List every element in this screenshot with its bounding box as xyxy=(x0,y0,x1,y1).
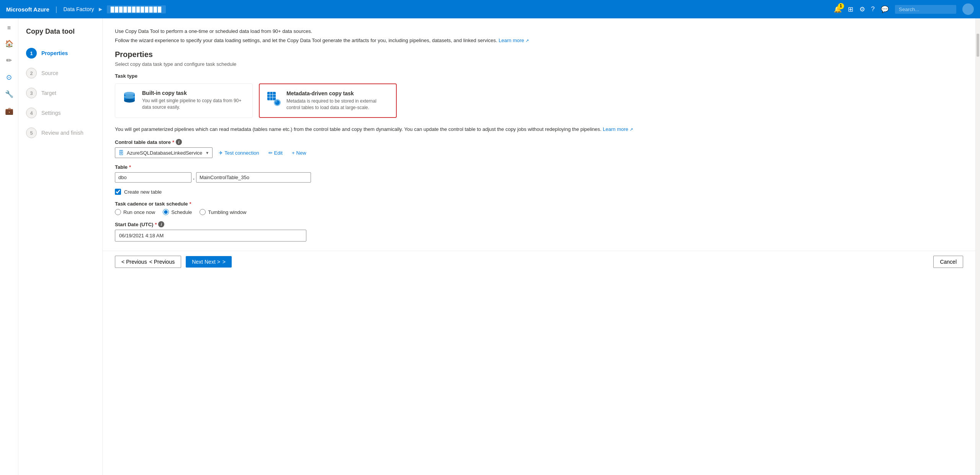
brand: Microsoft Azure xyxy=(6,6,49,13)
edit-button[interactable]: ✏ Edit xyxy=(265,148,286,158)
step-1-circle: 1 xyxy=(26,48,37,59)
task-type-grid: Built-in copy task You will get single p… xyxy=(115,83,963,118)
step-5-circle: 5 xyxy=(26,127,37,138)
collapse-sidebar-icon[interactable]: ≡ xyxy=(4,21,14,34)
control-table-field: Control table data store * i 🗄 AzureSQLD… xyxy=(115,139,963,158)
right-scrollbar[interactable] xyxy=(975,18,980,475)
control-table-label: Control table data store * i xyxy=(115,139,963,145)
learn-more-top-link[interactable]: Learn more ↗ xyxy=(499,38,529,43)
param-desc: You will get parameterized pipelines whi… xyxy=(115,126,963,133)
topbar-right: 🔔 1 ⊞ ⚙ ? 💬 xyxy=(834,3,974,15)
search-input[interactable] xyxy=(895,5,956,14)
plus-icon: + xyxy=(292,150,295,156)
notification-badge: 1 xyxy=(838,3,844,9)
step-3-circle: 3 xyxy=(26,88,37,98)
test-connection-icon: ✈ xyxy=(219,150,223,156)
step-2-circle: 2 xyxy=(26,68,37,78)
radio-run-once[interactable]: Run once now xyxy=(115,209,155,215)
start-date-label: Start Date (UTC) * i xyxy=(115,221,963,227)
step-4-circle: 4 xyxy=(26,108,37,118)
radio-group-cadence: Run once now Schedule Tumbling window xyxy=(115,209,963,215)
radio-schedule-input[interactable] xyxy=(163,209,169,215)
test-connection-button[interactable]: ✈ Test connection xyxy=(216,148,262,158)
prev-chevron-icon: < xyxy=(121,259,124,265)
home-icon[interactable]: 🏠 xyxy=(2,36,17,51)
svg-rect-5 xyxy=(267,92,276,100)
task-type-label: Task type xyxy=(115,73,963,79)
start-date-input[interactable] xyxy=(115,230,306,242)
radio-tumbling-window[interactable]: Tumbling window xyxy=(200,209,246,215)
built-in-desc: You will get single pipeline to copy dat… xyxy=(142,98,246,111)
metadata-task-card[interactable]: Metadata-driven copy task Metadata is re… xyxy=(259,83,397,118)
scrollbar-thumb[interactable] xyxy=(977,34,979,57)
built-in-icon xyxy=(121,90,137,106)
tools-icon[interactable]: 🔧 xyxy=(2,87,17,102)
svg-point-4 xyxy=(124,95,135,99)
step-source[interactable]: 2 Source xyxy=(18,63,102,83)
db-icon: 🗄 xyxy=(118,150,124,156)
breadcrumb-arrow: ▶ xyxy=(99,7,102,12)
description-line1: Use Copy Data Tool to perform a one-time… xyxy=(115,28,963,35)
step-target[interactable]: 3 Target xyxy=(18,83,102,103)
info-icon-date[interactable]: i xyxy=(158,221,164,227)
section-title: Properties xyxy=(115,50,963,59)
create-new-table-checkbox[interactable] xyxy=(115,189,121,195)
settings-icon[interactable]: ⚙ xyxy=(859,5,865,13)
step-properties[interactable]: 1 Properties xyxy=(18,43,102,63)
radio-run-once-label: Run once now xyxy=(123,209,155,215)
learn-more-param-link[interactable]: Learn more ↗ xyxy=(603,126,633,132)
radio-schedule-label: Schedule xyxy=(171,209,192,215)
built-in-task-card[interactable]: Built-in copy task You will get single p… xyxy=(115,83,253,118)
table-row-fields: . xyxy=(115,172,963,183)
metadata-title: Metadata-driven copy task xyxy=(286,90,390,96)
radio-run-once-input[interactable] xyxy=(115,209,121,215)
main-content: Use Copy Data Tool to perform a one-time… xyxy=(103,18,975,475)
breadcrumb-value[interactable]: ████████████ xyxy=(107,5,166,13)
help-icon[interactable]: ? xyxy=(871,5,875,13)
page-title: Copy Data tool xyxy=(18,24,102,43)
step-settings[interactable]: 4 Settings xyxy=(18,103,102,123)
start-date-field: Start Date (UTC) * i xyxy=(115,221,963,242)
new-button[interactable]: + New xyxy=(289,148,309,158)
radio-tumbling-input[interactable] xyxy=(200,209,206,215)
icon-sidebar: ≡ 🏠 ✏ ⊙ 🔧 💼 xyxy=(0,18,18,475)
user-avatar[interactable] xyxy=(962,3,974,15)
required-star-table: * xyxy=(129,164,131,170)
data-factory-label[interactable]: Data Factory xyxy=(63,6,94,12)
step-review[interactable]: 5 Review and finish xyxy=(18,123,102,143)
pencil-icon[interactable]: ✏ xyxy=(2,53,17,68)
steps-sidebar: Copy Data tool 1 Properties 2 Source 3 T… xyxy=(18,18,103,475)
portal-icon[interactable]: ⊞ xyxy=(848,5,853,13)
step-4-label: Settings xyxy=(41,110,61,116)
metadata-icon xyxy=(266,90,282,106)
previous-button[interactable]: < Previous< Previous xyxy=(115,256,181,268)
required-star-control: * xyxy=(172,139,174,145)
table-name-input[interactable] xyxy=(196,172,311,183)
info-icon-control[interactable]: i xyxy=(176,139,182,145)
control-table-value: AzureSQLDatabaseLinkedService xyxy=(127,150,202,156)
external-link-icon-top: ↗ xyxy=(525,38,529,43)
microsoft-azure-label: Microsoft Azure xyxy=(6,6,49,13)
table-schema-input[interactable] xyxy=(115,172,191,183)
svg-point-2 xyxy=(124,99,135,103)
bottom-bar: < Previous< Previous Next Next > > Cance… xyxy=(103,251,975,273)
radio-schedule[interactable]: Schedule xyxy=(163,209,192,215)
radio-tumbling-label: Tumbling window xyxy=(208,209,246,215)
create-new-table-label: Create new table xyxy=(124,189,162,195)
table-label: Table * xyxy=(115,164,963,170)
edit-icon: ✏ xyxy=(268,150,273,156)
control-table-row: 🗄 AzureSQLDatabaseLinkedService ▼ ✈ Test… xyxy=(115,147,963,158)
required-star-date: * xyxy=(155,222,157,227)
built-in-content: Built-in copy task You will get single p… xyxy=(142,90,246,111)
control-table-select[interactable]: 🗄 AzureSQLDatabaseLinkedService ▼ xyxy=(115,147,213,158)
cancel-button[interactable]: Cancel xyxy=(933,256,963,268)
next-button[interactable]: Next Next > > xyxy=(186,256,232,268)
briefcase-icon[interactable]: 💼 xyxy=(2,103,17,119)
built-in-title: Built-in copy task xyxy=(142,90,246,96)
topbar-separator: | xyxy=(56,5,57,13)
next-chevron-icon: > xyxy=(223,259,226,265)
section-subtitle: Select copy data task type and configure… xyxy=(115,61,963,67)
monitor-icon[interactable]: ⊙ xyxy=(2,70,17,85)
required-star-cadence: * xyxy=(190,201,191,207)
feedback-icon[interactable]: 💬 xyxy=(881,5,889,13)
